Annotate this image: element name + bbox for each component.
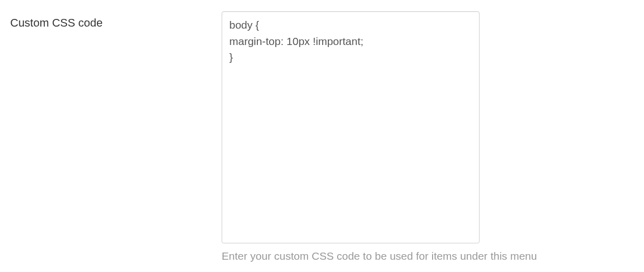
custom-css-label: Custom CSS code <box>10 11 222 30</box>
custom-css-form-row: Custom CSS code Enter your custom CSS co… <box>10 11 634 262</box>
custom-css-field-wrapper: Enter your custom CSS code to be used fo… <box>222 11 634 262</box>
custom-css-textarea[interactable] <box>222 11 480 243</box>
custom-css-help-text: Enter your custom CSS code to be used fo… <box>222 250 634 262</box>
